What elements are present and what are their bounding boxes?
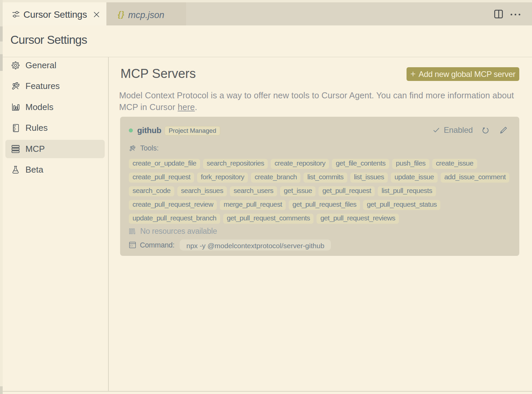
svg-text:C:\: C:\ (130, 244, 133, 247)
